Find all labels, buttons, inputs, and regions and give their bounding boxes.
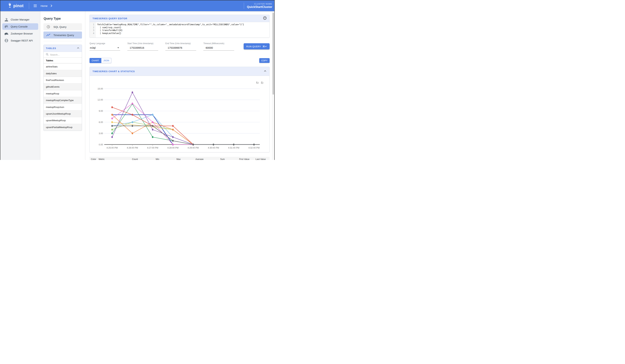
- sidebar-item-query-console[interactable]: Query Console: [2, 23, 38, 30]
- data-point-orange[interactable]: [111, 114, 113, 116]
- table-row-fineFoodReviews[interactable]: fineFoodReviews: [44, 77, 82, 84]
- svg-text:?: ?: [264, 17, 266, 19]
- code-editor[interactable]: 1234 fetch{table="meetupRsvp_REALTIME",f…: [90, 22, 269, 37]
- tables-card-header[interactable]: TABLES: [44, 45, 82, 52]
- table-row-upsertJsonMeetupRsvp[interactable]: upsertJsonMeetupRsvp: [44, 111, 82, 117]
- end-time-label: End Time (Unix timestamp): [165, 42, 196, 45]
- chevron-right-icon: [51, 4, 52, 7]
- tab-chart[interactable]: CHART: [90, 58, 101, 63]
- table-row-airlineStats[interactable]: airlineStats: [44, 63, 82, 70]
- breadcrumb-home[interactable]: Home: [41, 4, 48, 7]
- sidebar-item-swagger-rest-api[interactable]: Swagger REST API: [2, 37, 38, 44]
- search-input[interactable]: [50, 53, 80, 56]
- data-point-sky-blue[interactable]: [152, 114, 154, 116]
- query-language-field: Query Language m3ql: [90, 42, 120, 51]
- query-type-timeseries-query[interactable]: Timeseries Query: [43, 31, 82, 38]
- data-point-red[interactable]: [131, 114, 133, 116]
- table-row-dailySales[interactable]: dailySales: [44, 70, 82, 77]
- data-point-orchid[interactable]: [172, 144, 174, 146]
- table-row-meetupRsvp[interactable]: meetupRsvp: [44, 91, 82, 97]
- sidebar-item-zookeeper-browser[interactable]: Zookeeper Browser: [2, 30, 38, 37]
- tables-search: [44, 52, 82, 58]
- query-editor-panel: TIMESERIES QUERY EDITOR ? 1234 fetch{tab…: [90, 15, 270, 38]
- run-query-button[interactable]: RUN QUERY⌘↵: [244, 43, 270, 49]
- timeout-input[interactable]: [203, 46, 234, 51]
- data-point-purple[interactable]: [152, 129, 154, 130]
- copy-button[interactable]: COPY: [259, 58, 270, 63]
- data-point-sky-blue[interactable]: [131, 121, 133, 123]
- zoom-selection-icon[interactable]: [256, 81, 259, 84]
- table-row-meetupRsvpComplexType[interactable]: meetupRsvpComplexType: [44, 97, 82, 104]
- data-point-orchid[interactable]: [111, 118, 113, 120]
- table-row-meetupRsvpJson[interactable]: meetupRsvpJson: [44, 104, 82, 110]
- data-point-orange[interactable]: [172, 129, 174, 130]
- x-tick-label: 4:30:00 PM: [208, 147, 219, 149]
- reset-zoom-icon[interactable]: [260, 81, 263, 84]
- y-tick-label: 3.00: [99, 132, 103, 135]
- data-point-gray[interactable]: [111, 125, 113, 127]
- data-point-orchid[interactable]: [152, 121, 154, 123]
- data-point-amber[interactable]: [111, 121, 113, 123]
- chart-panel: TIMESERIES CHART & STATISTICS 0.0: [90, 67, 270, 152]
- y-tick-label: 15.00: [97, 88, 103, 90]
- data-point-purple[interactable]: [111, 136, 113, 138]
- query-type-title: Query Type: [44, 17, 82, 21]
- data-point-gray[interactable]: [213, 144, 214, 146]
- stats-col-color: Color: [91, 158, 99, 160]
- query-type-panel: Query Type SQL Query Timeseries Query TA…: [40, 11, 85, 160]
- data-point-gray[interactable]: [172, 140, 174, 142]
- data-point-purple[interactable]: [131, 91, 133, 93]
- table-row-upsertMeetupRsvp[interactable]: upsertMeetupRsvp: [44, 117, 82, 124]
- data-point-sea-green[interactable]: [111, 132, 113, 134]
- stats-col-average: Average: [181, 158, 204, 160]
- query-form: Query Language m3ql Start Time (Unix tim…: [90, 42, 270, 51]
- chevron-up-icon[interactable]: [77, 47, 80, 50]
- x-tick-label: 4:27:00 PM: [147, 147, 158, 149]
- stats-col-min: Min: [138, 158, 159, 160]
- stats-col-first-value: First Value: [225, 158, 250, 160]
- tables-list: airlineStatsdailySalesfineFoodReviewsgit…: [44, 63, 82, 131]
- cluster-name-value: QuickStartCluster: [247, 5, 272, 9]
- code-content: fetch{table="meetupRsvp_REALTIME",filter…: [96, 22, 244, 37]
- series-line-indigo[interactable]: [112, 115, 173, 145]
- pinot-logo[interactable]: pinot: [8, 3, 24, 9]
- data-point-red[interactable]: [111, 106, 113, 108]
- vertical-scrollbar: [272, 12, 274, 160]
- stats-col-count: Count: [126, 158, 138, 160]
- data-point-sea-green[interactable]: [152, 136, 154, 138]
- data-point-purple[interactable]: [172, 136, 174, 138]
- scrollbar-thumb[interactable]: [273, 13, 274, 94]
- timeout-label: Timeout (Milliseconds): [203, 42, 234, 45]
- sidebar-item-label: Query Console: [11, 25, 28, 28]
- cluster-info: CLUSTER NAME QuickStartCluster: [247, 3, 272, 9]
- data-point-gray[interactable]: [253, 144, 255, 146]
- stats-col-metric: Metric: [99, 158, 126, 160]
- tables-title: TABLES: [46, 47, 56, 50]
- query-language-select[interactable]: m3ql: [90, 46, 120, 51]
- tab-json[interactable]: JSON: [101, 58, 111, 63]
- series-line-orchid[interactable]: [112, 104, 193, 145]
- help-icon[interactable]: ?: [263, 16, 267, 21]
- data-point-red[interactable]: [172, 125, 174, 127]
- logo-wordmark: pinot: [13, 3, 24, 8]
- table-row-githubEvents[interactable]: githubEvents: [44, 84, 82, 90]
- timeseries-chart: 0.003.006.009.0012.0015.004:25:00 PM4:26…: [90, 76, 270, 152]
- sidebar-item-label: Cluster Manager: [11, 18, 30, 21]
- data-point-gray[interactable]: [152, 125, 154, 127]
- collapse-chevron-up-icon[interactable]: [264, 69, 267, 73]
- data-point-gray[interactable]: [192, 144, 194, 146]
- data-point-gray[interactable]: [131, 125, 133, 127]
- left-sidebar: Cluster Manager Query Console Zookeeper …: [0, 11, 40, 160]
- start-time-input[interactable]: [127, 46, 158, 51]
- query-type-option-label: SQL Query: [53, 25, 66, 28]
- query-type-sql-query[interactable]: SQL Query: [43, 23, 82, 30]
- menu-icon[interactable]: [34, 4, 37, 7]
- stats-col-last-value: Last Value: [250, 158, 266, 160]
- data-point-orange[interactable]: [131, 132, 133, 134]
- data-point-orchid[interactable]: [131, 103, 133, 105]
- end-time-input[interactable]: [165, 46, 196, 51]
- data-point-gray[interactable]: [233, 144, 235, 146]
- data-point-light-green[interactable]: [111, 129, 113, 130]
- table-row-upsertPartialMeetupRsvp[interactable]: upsertPartialMeetupRsvp: [44, 124, 82, 131]
- sidebar-item-cluster-manager[interactable]: Cluster Manager: [2, 16, 38, 23]
